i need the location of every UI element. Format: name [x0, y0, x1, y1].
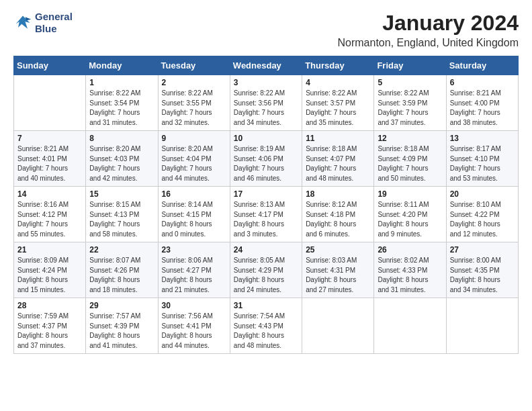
- day-info: Sunrise: 8:20 AM Sunset: 4:04 PM Dayligh…: [162, 144, 226, 183]
- week-row-1: 1Sunrise: 8:22 AM Sunset: 3:54 PM Daylig…: [14, 75, 519, 131]
- col-header-sunday: Sunday: [14, 56, 86, 75]
- day-number: 23: [162, 245, 226, 255]
- day-cell: 21Sunrise: 8:09 AM Sunset: 4:24 PM Dayli…: [14, 242, 86, 298]
- day-cell: 16Sunrise: 8:14 AM Sunset: 4:15 PM Dayli…: [158, 187, 230, 242]
- calendar-title: January 2024: [338, 11, 519, 36]
- day-number: 7: [17, 134, 82, 143]
- day-cell: 5Sunrise: 8:22 AM Sunset: 3:59 PM Daylig…: [374, 75, 446, 131]
- svg-marker-0: [16, 16, 30, 29]
- day-info: Sunrise: 8:15 AM Sunset: 4:13 PM Dayligh…: [89, 200, 154, 239]
- day-info: Sunrise: 8:21 AM Sunset: 4:01 PM Dayligh…: [17, 144, 82, 183]
- col-header-thursday: Thursday: [302, 56, 374, 75]
- day-cell: 14Sunrise: 8:16 AM Sunset: 4:12 PM Dayli…: [14, 187, 86, 242]
- day-cell: 29Sunrise: 7:57 AM Sunset: 4:39 PM Dayli…: [86, 298, 158, 354]
- day-info: Sunrise: 8:02 AM Sunset: 4:33 PM Dayligh…: [378, 256, 442, 295]
- day-cell: 31Sunrise: 7:54 AM Sunset: 4:43 PM Dayli…: [230, 298, 302, 354]
- day-cell: 23Sunrise: 8:06 AM Sunset: 4:27 PM Dayli…: [158, 242, 230, 298]
- day-number: 25: [306, 245, 370, 255]
- day-number: 17: [234, 189, 298, 199]
- day-number: 27: [450, 245, 515, 255]
- col-header-tuesday: Tuesday: [158, 56, 230, 75]
- day-info: Sunrise: 8:05 AM Sunset: 4:29 PM Dayligh…: [234, 256, 298, 295]
- day-number: 13: [450, 134, 515, 143]
- day-info: Sunrise: 8:22 AM Sunset: 3:56 PM Dayligh…: [234, 89, 298, 128]
- header: General Blue January 2024 Normanton, Eng…: [13, 11, 519, 49]
- day-number: 31: [234, 301, 298, 310]
- week-row-3: 14Sunrise: 8:16 AM Sunset: 4:12 PM Dayli…: [14, 187, 519, 242]
- day-number: 1: [89, 78, 154, 87]
- header-row: SundayMondayTuesdayWednesdayThursdayFrid…: [14, 56, 519, 75]
- day-number: 19: [378, 189, 442, 199]
- logo: General Blue: [13, 11, 73, 35]
- day-cell: 30Sunrise: 7:56 AM Sunset: 4:41 PM Dayli…: [158, 298, 230, 354]
- day-cell: [302, 298, 374, 354]
- day-number: 10: [234, 134, 298, 143]
- day-number: 11: [306, 134, 370, 143]
- day-info: Sunrise: 8:22 AM Sunset: 3:59 PM Dayligh…: [378, 89, 442, 128]
- day-info: Sunrise: 8:09 AM Sunset: 4:24 PM Dayligh…: [17, 256, 82, 295]
- day-info: Sunrise: 8:07 AM Sunset: 4:26 PM Dayligh…: [89, 256, 154, 295]
- day-cell: 10Sunrise: 8:19 AM Sunset: 4:06 PM Dayli…: [230, 131, 302, 187]
- week-row-4: 21Sunrise: 8:09 AM Sunset: 4:24 PM Dayli…: [14, 242, 519, 298]
- day-number: 4: [306, 78, 370, 87]
- day-cell: 24Sunrise: 8:05 AM Sunset: 4:29 PM Dayli…: [230, 242, 302, 298]
- day-number: 22: [89, 245, 154, 255]
- day-info: Sunrise: 7:57 AM Sunset: 4:39 PM Dayligh…: [89, 312, 154, 351]
- day-cell: 19Sunrise: 8:11 AM Sunset: 4:20 PM Dayli…: [374, 187, 446, 242]
- week-row-2: 7Sunrise: 8:21 AM Sunset: 4:01 PM Daylig…: [14, 131, 519, 187]
- title-block: January 2024 Normanton, England, United …: [338, 11, 519, 49]
- calendar-subtitle: Normanton, England, United Kingdom: [338, 37, 519, 49]
- col-header-monday: Monday: [86, 56, 158, 75]
- day-cell: 1Sunrise: 8:22 AM Sunset: 3:54 PM Daylig…: [86, 75, 158, 131]
- day-info: Sunrise: 8:14 AM Sunset: 4:15 PM Dayligh…: [162, 200, 226, 239]
- day-cell: 8Sunrise: 8:20 AM Sunset: 4:03 PM Daylig…: [86, 131, 158, 187]
- day-info: Sunrise: 7:56 AM Sunset: 4:41 PM Dayligh…: [162, 312, 226, 351]
- day-info: Sunrise: 8:16 AM Sunset: 4:12 PM Dayligh…: [17, 200, 82, 239]
- day-number: 20: [450, 189, 515, 199]
- day-cell: 25Sunrise: 8:03 AM Sunset: 4:31 PM Dayli…: [302, 242, 374, 298]
- day-cell: 15Sunrise: 8:15 AM Sunset: 4:13 PM Dayli…: [86, 187, 158, 242]
- day-cell: 27Sunrise: 8:00 AM Sunset: 4:35 PM Dayli…: [446, 242, 518, 298]
- day-cell: 7Sunrise: 8:21 AM Sunset: 4:01 PM Daylig…: [14, 131, 86, 187]
- day-number: 6: [450, 78, 515, 87]
- day-cell: 12Sunrise: 8:18 AM Sunset: 4:09 PM Dayli…: [374, 131, 446, 187]
- day-number: 30: [162, 301, 226, 310]
- day-number: 15: [89, 189, 154, 199]
- logo-line2: Blue: [35, 23, 73, 35]
- calendar-table: SundayMondayTuesdayWednesdayThursdayFrid…: [13, 56, 519, 354]
- day-cell: [446, 298, 518, 354]
- day-number: 14: [17, 189, 82, 199]
- day-number: 12: [378, 134, 442, 143]
- day-number: 8: [89, 134, 154, 143]
- day-info: Sunrise: 8:22 AM Sunset: 3:54 PM Dayligh…: [89, 89, 154, 128]
- day-info: Sunrise: 8:13 AM Sunset: 4:17 PM Dayligh…: [234, 200, 298, 239]
- day-info: Sunrise: 7:59 AM Sunset: 4:37 PM Dayligh…: [17, 312, 82, 351]
- day-cell: 13Sunrise: 8:17 AM Sunset: 4:10 PM Dayli…: [446, 131, 518, 187]
- day-cell: 3Sunrise: 8:22 AM Sunset: 3:56 PM Daylig…: [230, 75, 302, 131]
- day-info: Sunrise: 8:12 AM Sunset: 4:18 PM Dayligh…: [306, 200, 370, 239]
- day-info: Sunrise: 8:03 AM Sunset: 4:31 PM Dayligh…: [306, 256, 370, 295]
- day-number: 24: [234, 245, 298, 255]
- day-number: 28: [17, 301, 82, 310]
- day-info: Sunrise: 8:22 AM Sunset: 3:57 PM Dayligh…: [306, 89, 370, 128]
- day-info: Sunrise: 8:17 AM Sunset: 4:10 PM Dayligh…: [450, 144, 515, 183]
- day-info: Sunrise: 8:20 AM Sunset: 4:03 PM Dayligh…: [89, 144, 154, 183]
- logo-text: General Blue: [35, 11, 73, 35]
- day-number: 21: [17, 245, 82, 255]
- day-number: 3: [234, 78, 298, 87]
- logo-icon: [13, 13, 32, 32]
- col-header-saturday: Saturday: [446, 56, 518, 75]
- col-header-wednesday: Wednesday: [230, 56, 302, 75]
- day-number: 18: [306, 189, 370, 199]
- col-header-friday: Friday: [374, 56, 446, 75]
- day-cell: 11Sunrise: 8:18 AM Sunset: 4:07 PM Dayli…: [302, 131, 374, 187]
- day-number: 5: [378, 78, 442, 87]
- day-cell: 9Sunrise: 8:20 AM Sunset: 4:04 PM Daylig…: [158, 131, 230, 187]
- day-number: 9: [162, 134, 226, 143]
- day-info: Sunrise: 8:22 AM Sunset: 3:55 PM Dayligh…: [162, 89, 226, 128]
- page: General Blue January 2024 Normanton, Eng…: [0, 0, 532, 411]
- day-info: Sunrise: 8:19 AM Sunset: 4:06 PM Dayligh…: [234, 144, 298, 183]
- day-cell: 18Sunrise: 8:12 AM Sunset: 4:18 PM Dayli…: [302, 187, 374, 242]
- day-info: Sunrise: 8:10 AM Sunset: 4:22 PM Dayligh…: [450, 200, 515, 239]
- day-cell: [14, 75, 86, 131]
